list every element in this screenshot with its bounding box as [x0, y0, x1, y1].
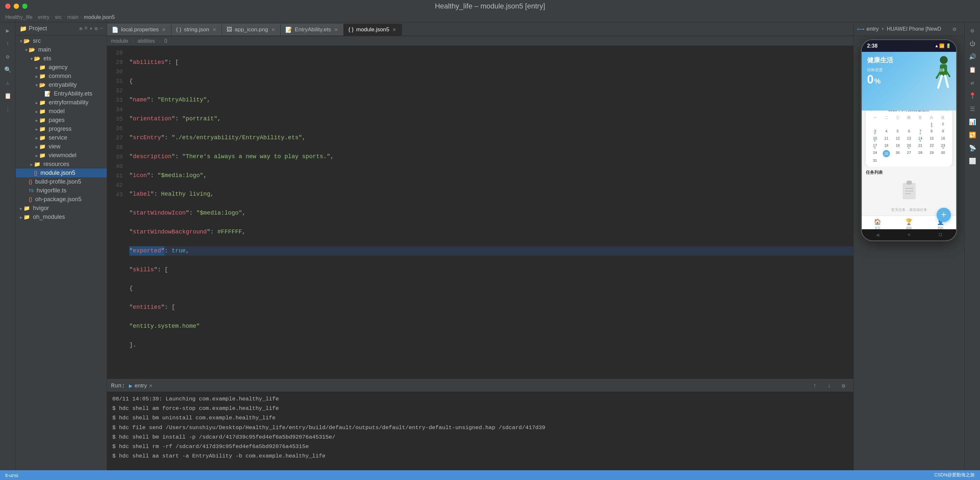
rt-volume-btn[interactable]: 🔊 [967, 51, 978, 63]
sidebar-item-viewmodel[interactable]: ▸📁viewmodel [16, 151, 107, 160]
cal-day-22[interactable]: 22 [926, 143, 937, 149]
sidebar-item-pages[interactable]: ▸📁pages [16, 116, 107, 125]
rt-power-btn[interactable]: ⏻ [967, 38, 978, 49]
run-button[interactable]: ▶ [2, 25, 14, 36]
minimize-button[interactable] [14, 3, 19, 9]
breadcrumb-main[interactable]: main [67, 14, 79, 20]
step-up-button[interactable]: ↑ [2, 38, 14, 49]
rt-location-btn[interactable]: 📍 [967, 90, 978, 102]
sidebar-item-entryformability[interactable]: ▸📁entryformability [16, 98, 107, 107]
sidebar-item-model[interactable]: ▸📁model [16, 107, 107, 116]
breadcrumb-root[interactable]: Healthy_life [5, 14, 33, 20]
cal-day-14[interactable]: 14 [915, 136, 926, 142]
cal-day-19[interactable]: 19 [892, 143, 903, 149]
cal-day-3[interactable]: 3 [870, 128, 880, 135]
rt-signal-btn[interactable]: 📡 [967, 142, 978, 154]
run-close-icon[interactable]: ✕ [149, 383, 153, 388]
sidebar-sort-button[interactable]: ≡ [84, 25, 88, 32]
sidebar-item-agency[interactable]: ▸📁agency [16, 63, 107, 72]
cal-day-20[interactable]: 20 [904, 143, 915, 149]
cal-day-13[interactable]: 13 [904, 136, 915, 142]
breadcrumb-file[interactable]: module.json5 [84, 14, 115, 20]
phone-settings-icon[interactable]: ⚙ [949, 23, 961, 35]
sidebar-collapse-button[interactable]: ▾ [89, 25, 93, 32]
tab-local-properties[interactable]: 📄 local.properties ✕ [107, 24, 171, 36]
sidebar-item-hvigorfile-ts[interactable]: TShvigorfile.ts [16, 186, 107, 195]
sidebar-item-entryability-ets[interactable]: 📝EntryAbility.ets [16, 89, 107, 98]
code-editor[interactable]: 28 29 30 31 32 33 34 35 36 37 💡 38 39 40 [107, 46, 853, 379]
tab-string-json[interactable]: { } string.json ✕ [171, 24, 222, 36]
rt-refresh-btn[interactable]: 🔁 [967, 129, 978, 141]
sidebar-item-src[interactable]: ▾📂src [16, 36, 107, 45]
terminal-scroll-down[interactable]: ↓ [823, 380, 835, 391]
rt-clipboard-btn[interactable]: 📋 [967, 64, 978, 76]
search-left-button[interactable]: 🔍 [2, 64, 14, 76]
rt-menu-btn[interactable]: ☰ [967, 103, 978, 115]
cal-day-6[interactable]: 6 [904, 128, 915, 135]
cal-day-9[interactable]: 9 [937, 128, 948, 135]
close-button[interactable] [5, 3, 10, 9]
breadcrumb-entry[interactable]: entry [38, 14, 49, 20]
tab-close-local[interactable]: ✕ [161, 27, 167, 32]
back-button[interactable]: ◁ [874, 231, 881, 238]
tab-close-entry[interactable]: ✕ [334, 27, 339, 32]
sidebar-item-entryability[interactable]: ▾📂entryability [16, 81, 107, 89]
code-content[interactable]: "abilities": [ { "name": "EntryAbility",… [127, 46, 853, 379]
cal-day-12[interactable]: 12 [892, 136, 903, 142]
settings-button[interactable]: ⚙ [2, 51, 14, 63]
cal-day-10[interactable]: 10 [870, 136, 880, 142]
run-tab-entry[interactable]: ▶ entry ✕ [129, 382, 153, 389]
cal-day-16[interactable]: 16 [937, 136, 948, 142]
cal-day-24[interactable]: 24 [870, 150, 880, 157]
cal-day-8[interactable]: 8 [926, 128, 937, 135]
cal-day-26[interactable]: 26 [892, 150, 903, 157]
warning-button[interactable]: ⚠ [2, 77, 14, 89]
tab-close-icon[interactable]: ✕ [270, 27, 276, 32]
clipboard-button[interactable]: 📋 [2, 90, 14, 102]
nav-home[interactable]: 🏠 首页 [862, 216, 893, 229]
sidebar-item-main[interactable]: ▾📂main [16, 45, 107, 54]
more-left-button[interactable]: ⋮ [2, 103, 14, 115]
sidebar-item-ets[interactable]: ▾📂ets [16, 54, 107, 63]
tab-close-module[interactable]: ✕ [392, 27, 397, 32]
rt-rotate-btn[interactable]: ⇄ [967, 77, 978, 89]
tab-close-string[interactable]: ✕ [212, 27, 217, 32]
entry-dropdown[interactable]: ▾ [881, 26, 884, 32]
cal-day-7[interactable]: 7 [915, 128, 926, 135]
cal-day-2[interactable]: 2 [937, 121, 948, 128]
nav-achievements[interactable]: 🏆 成就 [893, 216, 924, 229]
sidebar-item-progress[interactable]: ▸📁progress [16, 125, 107, 133]
cal-day-30[interactable]: 30 [937, 150, 948, 157]
tab-entry-ability[interactable]: 📝 EntryAbility.ets ✕ [281, 24, 344, 36]
cal-day-23[interactable]: 23 [937, 143, 948, 149]
sidebar-item-hvigor[interactable]: ▸📁hvigor [16, 204, 107, 212]
sidebar-item-service[interactable]: ▸📁service [16, 133, 107, 142]
tab-app-icon[interactable]: 🖼 app_icon.png ✕ [222, 24, 281, 36]
sidebar-close-button[interactable]: — [100, 25, 103, 32]
sidebar-item-module-json5[interactable]: {}module.json5 [16, 169, 107, 177]
sidebar-item-resources[interactable]: ▸📁resources [16, 160, 107, 169]
sidebar-item-oh-modules[interactable]: ▸📁oh_modules [16, 212, 107, 222]
terminal-scroll-up[interactable]: ↑ [809, 380, 821, 391]
cal-day-28[interactable]: 28 [915, 150, 926, 157]
cal-day-18[interactable]: 18 [881, 143, 892, 149]
cal-day-27[interactable]: 27 [904, 150, 915, 157]
sidebar-settings-button[interactable]: ⚙ [95, 25, 98, 32]
sidebar-item-view[interactable]: ▸📁view [16, 142, 107, 151]
cal-day-21[interactable]: 21 [915, 143, 926, 149]
home-hw-button[interactable]: ○ [905, 231, 912, 238]
cal-day-5[interactable]: 5 [892, 128, 903, 135]
tab-module-json5[interactable]: { } module.json5 ✕ [344, 24, 402, 36]
cal-day-29[interactable]: 29 [926, 150, 937, 157]
maximize-button[interactable] [22, 3, 27, 9]
breadcrumb-src[interactable]: src [55, 14, 62, 20]
cal-day-1[interactable]: 1 [926, 121, 937, 128]
rt-settings-btn[interactable]: ⚙ [967, 25, 978, 36]
cal-day-25[interactable]: 25 [883, 150, 890, 157]
cal-day-17[interactable]: 17 [870, 143, 880, 149]
terminal-settings-btn[interactable]: ⚙ [838, 380, 850, 391]
cal-day-31[interactable]: 31 [870, 158, 880, 163]
rt-square-btn[interactable]: ⬜ [967, 155, 978, 167]
sidebar-item-common[interactable]: ▸📁common [16, 72, 107, 81]
cal-day-15[interactable]: 15 [926, 136, 937, 142]
